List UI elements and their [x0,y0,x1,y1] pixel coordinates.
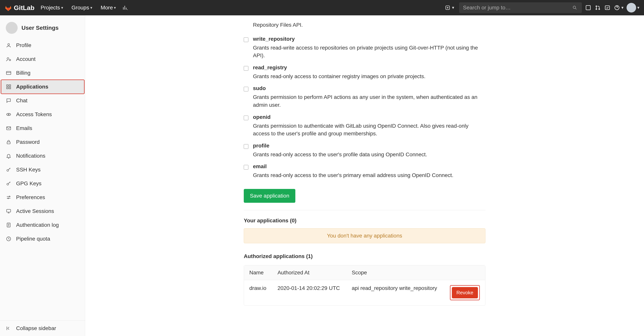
global-search[interactable] [459,2,582,13]
sidebar-item-emails[interactable]: Emails [0,121,85,135]
sidebar-item-label: Profile [16,42,31,48]
svg-rect-6 [605,6,610,10]
sidebar-item-active-sessions[interactable]: Active Sessions [0,204,85,218]
scope-email: emailGrants read-only access to the user… [244,163,486,179]
svg-point-17 [8,114,9,115]
svg-point-4 [596,9,597,10]
svg-point-20 [7,170,9,171]
bell-icon [6,153,12,159]
help-dropdown[interactable]: ▾ [614,5,624,11]
gitlab-logo-icon [4,4,12,11]
brand-name: GitLab [14,4,34,12]
scope-desc: Grants permission to perform API actions… [253,93,486,109]
sidebar-item-applications[interactable]: Applications [0,80,85,94]
account-icon [6,56,12,62]
svg-point-21 [7,183,9,185]
sidebar-item-ssh-keys[interactable]: SSH Keys [0,163,85,177]
scope-title: write_repository [253,36,486,42]
merge-requests-icon[interactable] [594,5,601,11]
settings-sidebar: User Settings ProfileAccountBillingAppli… [0,15,85,336]
scope-read_registry: read_registryGrants read-only access to … [244,65,486,80]
sidebar-item-label: Pipeline quota [16,236,50,242]
scope-desc: Grants read-only access to the user's pr… [253,172,486,179]
authorized-apps-heading: Authorized applications (1) [244,253,486,259]
brand-logo[interactable]: GitLab [4,4,34,12]
sidebar-avatar [6,22,18,34]
scope-checkbox-sudo[interactable] [244,87,248,91]
sidebar-item-label: Active Sessions [16,208,54,214]
sidebar-item-preferences[interactable]: Preferences [0,191,85,204]
scope-desc: Grants read-only access to the user's pr… [253,151,486,158]
sidebar-item-gpg-keys[interactable]: GPG Keys [0,177,85,191]
key-icon [6,167,12,173]
svg-point-9 [7,58,9,59]
sidebar-item-access-tokens[interactable]: Access Tokens [0,107,85,121]
scope-checkbox-openid[interactable] [244,116,248,120]
sidebar-item-notifications[interactable]: Notifications [0,149,85,163]
col-authorized-at: Authorized At [272,265,346,280]
apps-icon [6,84,12,90]
create-new-dropdown[interactable]: ▾ [442,3,456,12]
main-area: Repository Files API. write_repositoryGr… [85,15,644,336]
sidebar-item-chat[interactable]: Chat [0,94,85,107]
svg-point-5 [599,9,600,10]
lock-icon [6,139,12,145]
svg-rect-15 [9,87,10,89]
sidebar-item-authentication-log[interactable]: Authentication log [0,218,85,232]
scope-checkbox-read_registry[interactable] [244,66,248,71]
sidebar-item-billing[interactable]: Billing [0,66,85,80]
sliders-icon [6,195,12,200]
svg-rect-2 [586,6,590,10]
plus-icon [444,5,451,11]
scope-title: email [253,163,486,170]
nav-groups-label: Groups [72,5,89,11]
todos-icon[interactable] [604,5,611,11]
nav-projects[interactable]: Projects ▾ [38,3,66,12]
collapse-sidebar[interactable]: Collapse sidebar [0,320,85,336]
revoke-button[interactable]: Revoke [452,287,478,298]
sidebar-item-pipeline-quota[interactable]: Pipeline quota [0,232,85,246]
svg-point-1 [573,6,576,9]
scope-title: profile [253,143,486,149]
col-name: Name [244,265,272,280]
scope-openid: openidGrants permission to authenticate … [244,114,486,138]
scope-title: sudo [253,85,486,91]
user-menu[interactable]: ▾ [626,3,640,13]
scope-checkbox-write_repository[interactable] [244,38,248,42]
screen-icon [6,208,12,214]
chat-icon [6,98,12,103]
divider [244,210,486,210]
your-apps-heading: Your applications (0) [244,218,486,224]
user-icon [6,42,12,48]
col-actions [444,265,485,280]
table-row: draw.io2020-01-14 20:02:29 UTCapi read_r… [244,280,485,305]
sidebar-item-label: Account [16,56,36,62]
nav-groups[interactable]: Groups ▾ [69,3,94,12]
sidebar-item-profile[interactable]: Profile [0,38,85,52]
scope-title: openid [253,114,486,120]
nav-more[interactable]: More ▾ [98,3,118,12]
scope-checkbox-profile[interactable] [244,144,248,149]
sidebar-item-password[interactable]: Password [0,135,85,149]
scope-desc: Grants read-only access to container reg… [253,73,486,80]
token-icon [6,112,12,117]
chevron-down-icon: ▾ [114,5,116,10]
save-application-button[interactable]: Save application [244,189,295,203]
sidebar-item-account[interactable]: Account [0,52,85,66]
cell-name: draw.io [244,280,272,305]
issues-icon[interactable] [585,5,592,11]
chevron-down-icon: ▾ [61,5,63,10]
scope-title: read_registry [253,65,486,71]
sidebar-item-label: Chat [16,98,28,104]
search-input[interactable] [463,5,572,11]
svg-rect-11 [6,71,11,75]
top-navbar: GitLab Projects ▾ Groups ▾ More ▾ ▾ [0,0,644,15]
scope-checkbox-email[interactable] [244,165,248,170]
activity-icon[interactable] [122,5,128,11]
table-header-row: Name Authorized At Scope [244,265,485,280]
chevron-down-icon: ▾ [90,5,92,10]
cell-authorized-at: 2020-01-14 20:02:29 UTC [272,280,346,305]
collapse-icon [6,325,12,331]
log-icon [6,222,12,228]
your-apps-empty: You don't have any applications [244,228,486,243]
